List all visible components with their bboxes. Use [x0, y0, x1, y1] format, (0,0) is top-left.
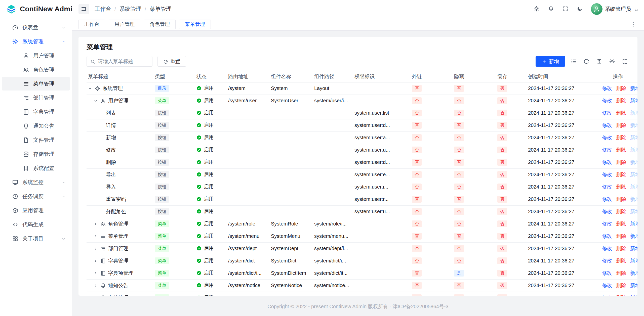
edit-link[interactable]: 修改: [602, 110, 612, 116]
header-settings-button[interactable]: [534, 6, 540, 12]
sidebar-subitem-1-1[interactable]: 角色管理: [2, 63, 70, 76]
expand-toggle[interactable]: [94, 259, 100, 263]
delete-link[interactable]: 删除: [616, 196, 626, 202]
tab-item-2[interactable]: 角色管理: [144, 20, 176, 29]
sidebar-subitem-1-2[interactable]: 菜单管理: [2, 77, 70, 91]
tab-item-1[interactable]: 用户管理: [109, 20, 140, 29]
add-link[interactable]: 新增: [630, 122, 637, 128]
edit-link[interactable]: 修改: [602, 184, 612, 190]
add-link[interactable]: 新增: [630, 135, 637, 140]
breadcrumb-item-system[interactable]: 系统管理: [119, 5, 141, 13]
notification-bell-button[interactable]: [548, 6, 555, 12]
main-area: 工作台 / 系统管理 / 菜单管理 系统管理员: [72, 0, 644, 316]
add-link[interactable]: 新增: [630, 159, 637, 165]
edit-link[interactable]: 修改: [602, 122, 612, 128]
sidebar-subitem-1-4[interactable]: 字典管理: [2, 105, 70, 119]
add-link[interactable]: 新增: [630, 85, 637, 91]
edit-link[interactable]: 修改: [602, 209, 612, 214]
add-link[interactable]: 新增: [630, 98, 637, 103]
add-link[interactable]: 新增: [630, 221, 637, 227]
edit-link[interactable]: 修改: [602, 270, 612, 276]
edit-link[interactable]: 修改: [602, 196, 612, 202]
edit-link[interactable]: 修改: [602, 147, 612, 153]
sidebar-collapse-button[interactable]: [78, 4, 89, 14]
delete-link[interactable]: 删除: [616, 172, 626, 177]
add-link[interactable]: 新增: [630, 233, 637, 239]
column-settings-button[interactable]: [608, 57, 617, 66]
delete-link[interactable]: 删除: [616, 270, 626, 276]
dark-mode-button[interactable]: [577, 6, 583, 12]
edit-link[interactable]: 修改: [602, 159, 612, 165]
sidebar-item-5[interactable]: 代码生成: [2, 218, 70, 231]
edit-link[interactable]: 修改: [602, 246, 612, 251]
sidebar-subitem-1-0[interactable]: 用户管理: [2, 49, 70, 62]
created-time-cell: 2024-11-17 20:36:27: [525, 95, 596, 107]
expand-toggle[interactable]: [88, 86, 95, 91]
sidebar-item-4[interactable]: 应用管理: [2, 204, 70, 217]
expand-toggle[interactable]: [94, 99, 100, 103]
sidebar-subitem-1-7[interactable]: 存储管理: [2, 147, 70, 161]
breadcrumb-item-workbench[interactable]: 工作台: [95, 5, 111, 13]
edit-link[interactable]: 修改: [602, 221, 612, 227]
reset-button[interactable]: 重置: [157, 56, 186, 67]
sidebar-item-6[interactable]: 关于项目: [2, 232, 70, 245]
edit-link[interactable]: 修改: [602, 283, 612, 288]
add-link[interactable]: 新增: [630, 147, 637, 153]
list-view-button[interactable]: [569, 57, 578, 66]
sidebar-subitem-1-5[interactable]: 通知公告: [2, 119, 70, 133]
sidebar-item-2[interactable]: 系统监控: [2, 175, 70, 189]
add-link[interactable]: 新增: [630, 270, 637, 276]
search-input[interactable]: [98, 59, 149, 64]
add-link[interactable]: 新增: [630, 196, 637, 202]
sidebar-subitem-1-8[interactable]: 系统配置: [2, 161, 70, 175]
add-button[interactable]: 新增: [536, 56, 565, 67]
delete-link[interactable]: 删除: [616, 209, 626, 214]
tab-more-button[interactable]: [629, 20, 637, 29]
delete-link[interactable]: 删除: [616, 258, 626, 263]
delete-link[interactable]: 删除: [616, 122, 626, 128]
expand-toggle[interactable]: [94, 234, 100, 238]
delete-link[interactable]: 删除: [616, 246, 626, 251]
add-link[interactable]: 新增: [630, 258, 637, 263]
sidebar-item-3[interactable]: 任务调度: [2, 190, 70, 203]
sidebar-item-0[interactable]: 仪表盘: [2, 21, 70, 34]
delete-link[interactable]: 删除: [616, 85, 626, 91]
fullscreen-button[interactable]: [562, 6, 569, 12]
delete-link[interactable]: 删除: [616, 159, 626, 165]
expand-toggle[interactable]: [94, 271, 100, 275]
add-link[interactable]: 新增: [630, 184, 637, 190]
add-link[interactable]: 新增: [630, 172, 637, 177]
delete-link[interactable]: 删除: [616, 98, 626, 103]
delete-link[interactable]: 删除: [616, 184, 626, 190]
edit-link[interactable]: 修改: [602, 258, 612, 263]
add-link[interactable]: 新增: [630, 110, 637, 116]
delete-link[interactable]: 删除: [616, 147, 626, 153]
edit-link[interactable]: 修改: [602, 172, 612, 177]
delete-link[interactable]: 删除: [616, 233, 626, 239]
edit-link[interactable]: 修改: [602, 233, 612, 239]
breadcrumb-item-menu[interactable]: 菜单管理: [149, 5, 172, 13]
edit-link[interactable]: 修改: [602, 98, 612, 103]
sidebar-subitem-1-6[interactable]: 文件管理: [2, 133, 70, 147]
expand-toggle[interactable]: [94, 222, 100, 226]
edit-link[interactable]: 修改: [602, 135, 612, 140]
app-logo[interactable]: ContiNew Admin: [0, 0, 72, 18]
refresh-button[interactable]: [582, 57, 591, 66]
delete-link[interactable]: 删除: [616, 135, 626, 140]
tab-item-0[interactable]: 工作台: [78, 20, 105, 29]
expand-toggle[interactable]: [94, 247, 100, 251]
user-menu[interactable]: 系统管理员: [591, 3, 637, 15]
add-link[interactable]: 新增: [630, 246, 637, 251]
sidebar-item-1[interactable]: 系统管理: [2, 35, 70, 48]
add-link[interactable]: 新增: [630, 283, 637, 288]
table-fullscreen-button[interactable]: [620, 57, 629, 66]
sidebar-subitem-1-3[interactable]: 部门管理: [2, 91, 70, 105]
tab-item-3[interactable]: 菜单管理: [179, 20, 211, 29]
edit-link[interactable]: 修改: [602, 85, 612, 91]
row-height-button[interactable]: [595, 57, 604, 66]
expand-toggle[interactable]: [94, 284, 100, 288]
delete-link[interactable]: 删除: [616, 110, 626, 116]
add-link[interactable]: 新增: [630, 209, 637, 214]
delete-link[interactable]: 删除: [616, 283, 626, 288]
delete-link[interactable]: 删除: [616, 221, 626, 227]
